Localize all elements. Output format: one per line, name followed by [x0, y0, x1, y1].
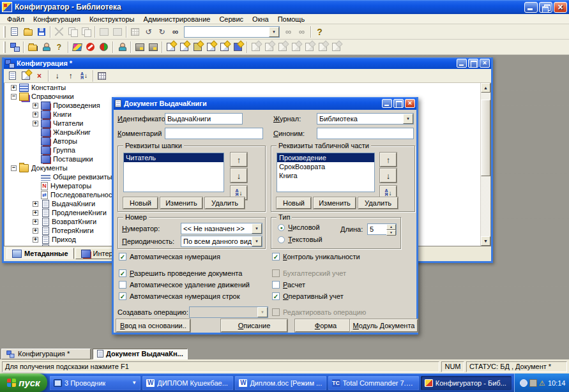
table-icon[interactable]: [128, 26, 142, 38]
monitor-user-icon[interactable]: [39, 41, 52, 54]
taskbar-configurator-button[interactable]: Конфигуратор - Биб...: [421, 376, 512, 390]
configuration-maximize-button[interactable]: [468, 59, 478, 68]
new-button[interactable]: Новый: [123, 197, 158, 209]
table-machine-icon[interactable]: [133, 41, 146, 54]
description-button[interactable]: Описание: [221, 319, 287, 332]
search-dropdown-button[interactable]: [269, 27, 279, 37]
new-icon[interactable]: [8, 26, 21, 38]
wizard-disabled-3-icon[interactable]: [276, 41, 289, 54]
tree-wizard-icon[interactable]: [19, 70, 33, 82]
uniqueness-control-checkbox[interactable]: ✓Контроль уникальности: [272, 253, 360, 260]
wizard-3-icon[interactable]: [191, 41, 204, 54]
undo-icon[interactable]: ↺: [142, 26, 155, 38]
menu-constructors[interactable]: Конструкторы: [85, 15, 139, 24]
start-button[interactable]: пуск: [0, 373, 47, 392]
dialog-close-button[interactable]: [405, 99, 415, 108]
expand-icon[interactable]: [33, 237, 38, 243]
wizard-4-icon[interactable]: [204, 41, 218, 54]
status-circle-icon[interactable]: [97, 41, 110, 54]
table-attrs-list[interactable]: Произведение СрокВозврата Книга: [277, 153, 375, 192]
redo-icon[interactable]: ↻: [155, 26, 169, 38]
edit-button[interactable]: Изменить: [314, 197, 356, 209]
operational-accounting-checkbox[interactable]: ✓Оперативный учет: [272, 292, 344, 300]
restore-button[interactable]: [539, 2, 552, 13]
move-up-button[interactable]: ↑: [380, 153, 397, 167]
scrollbar-thumb[interactable]: [481, 100, 490, 176]
menu-help[interactable]: Помощь: [273, 15, 310, 24]
minimize-button[interactable]: [524, 2, 538, 13]
expand-icon[interactable]: [33, 228, 38, 234]
tray-device-icon[interactable]: [529, 379, 537, 387]
tab-metadata[interactable]: Метаданные: [6, 248, 74, 259]
list-item[interactable]: Книга: [277, 171, 374, 180]
taskbar-explorer-button[interactable]: 3 Проводник▼: [50, 376, 140, 390]
search-help-icon[interactable]: ?: [52, 41, 66, 54]
open-config-icon[interactable]: [26, 41, 39, 54]
properties-icon[interactable]: [95, 70, 109, 82]
taskbar-diplom-folder-button[interactable]: WДИПЛОМ Кушекбае...: [142, 376, 233, 390]
menu-service[interactable]: Сервис: [215, 15, 248, 24]
toolbar-handle[interactable]: [3, 26, 6, 38]
tray-warning-icon[interactable]: ⚠: [539, 379, 545, 387]
layers-icon[interactable]: [70, 41, 84, 54]
journal-combobox[interactable]: Библиотека: [317, 113, 414, 124]
scroll-up-icon[interactable]: ▲: [481, 83, 490, 93]
configuration-close-button[interactable]: [480, 59, 490, 68]
stop-icon[interactable]: [84, 41, 97, 54]
tree-delete-icon[interactable]: ×: [33, 70, 46, 82]
expand-icon[interactable]: [33, 219, 38, 225]
mdi-tab-document[interactable]: Документ ВыдачаКн...: [93, 349, 188, 359]
enter-on-basis-button[interactable]: Ввод на основании..: [116, 319, 190, 332]
taskbar-total-commander-button[interactable]: TCTotal Commander 7.0...: [328, 376, 419, 390]
collapse-icon[interactable]: [11, 165, 17, 171]
expand-icon[interactable]: [33, 201, 38, 207]
taskbar-diplom-doc-button[interactable]: WДиплом.doc [Режим ...: [235, 376, 326, 390]
text-radio[interactable]: Текстовый: [278, 236, 322, 243]
new-button[interactable]: Новый: [277, 197, 311, 209]
wizard-disabled-4-icon[interactable]: [289, 41, 303, 54]
search-combobox[interactable]: [184, 26, 280, 38]
find-previous-icon[interactable]: ∞: [295, 26, 308, 38]
spin-up-icon[interactable]: ▲: [386, 224, 396, 230]
move-up-button[interactable]: ↑: [231, 153, 247, 167]
allow-posting-checkbox[interactable]: ✓Разрешить проведение документа: [119, 269, 242, 277]
menu-administration[interactable]: Администрирование: [139, 15, 215, 24]
wizard-disabled-2-icon[interactable]: [262, 41, 276, 54]
delete-button[interactable]: Удалить: [358, 197, 398, 209]
open-icon[interactable]: [21, 26, 34, 38]
list-item[interactable]: СрокВозврата: [277, 162, 374, 171]
configuration-minimize-button[interactable]: [457, 59, 467, 68]
numeric-radio[interactable]: ●Числовой: [278, 223, 320, 231]
tree-item-constants[interactable]: Константы: [4, 83, 490, 92]
dropdown-button[interactable]: [403, 114, 413, 124]
auto-numbering-checkbox[interactable]: ✓Автоматическая нумерация: [119, 253, 220, 260]
find-icon[interactable]: ∞: [169, 26, 182, 38]
close-button[interactable]: [554, 2, 567, 13]
wizard-6-icon[interactable]: [231, 41, 245, 54]
collapse-icon[interactable]: [11, 94, 17, 100]
metadata-windows-icon[interactable]: [8, 41, 21, 54]
synonym-input[interactable]: [317, 128, 414, 139]
help-icon[interactable]: ?: [313, 26, 326, 38]
menu-configuration[interactable]: Конфигурация: [29, 15, 85, 24]
move-down-button[interactable]: ↓: [231, 169, 247, 183]
find-next-icon[interactable]: ∞: [282, 26, 295, 38]
move-down-button[interactable]: ↓: [380, 169, 397, 183]
mdi-tab-configuration[interactable]: Конфигурация *: [1, 349, 91, 359]
cut-icon[interactable]: [52, 26, 66, 38]
paste-icon[interactable]: [79, 26, 93, 38]
copy-icon[interactable]: [66, 26, 79, 38]
dropdown-button[interactable]: [252, 236, 262, 246]
dialog-maximize-button[interactable]: [393, 99, 404, 108]
move-up-icon[interactable]: ↑: [64, 70, 77, 82]
list-item[interactable]: Произведение: [277, 153, 374, 162]
comment-input[interactable]: [165, 128, 263, 139]
length-spinner[interactable]: 5 ▲▼: [367, 223, 397, 235]
identifier-input[interactable]: [165, 113, 243, 124]
expand-icon[interactable]: [33, 112, 38, 117]
document-module-button[interactable]: Модуль Документа: [350, 319, 418, 332]
edit-button[interactable]: Изменить: [160, 197, 202, 209]
dialog-minimize-button[interactable]: [382, 99, 392, 108]
sort-icon[interactable]: ↓: [77, 70, 91, 82]
print-preview-icon[interactable]: [110, 26, 124, 38]
